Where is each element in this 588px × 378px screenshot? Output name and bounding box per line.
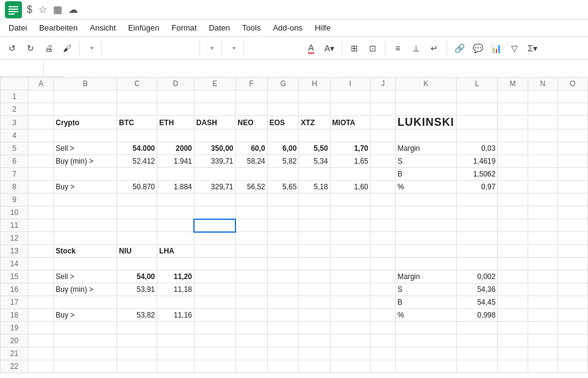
cell-B17[interactable] [54,296,117,309]
cell-M4[interactable] [498,129,528,142]
print-button[interactable]: 🖨 [40,40,57,57]
cell-D9[interactable] [157,194,195,206]
cell-L16[interactable]: 54,36 [456,283,498,296]
cell-F8[interactable]: 56,52 [235,181,267,194]
cell-N3[interactable] [528,116,558,129]
cell-L6[interactable]: 1,4619 [456,155,498,168]
cell-B15[interactable]: Sell > [54,271,117,283]
cell-F19[interactable] [235,322,267,335]
cell-O20[interactable] [558,335,587,347]
cell-N1[interactable] [528,90,558,103]
cell-K15[interactable]: Margin [395,271,456,283]
cell-B20[interactable] [54,335,117,347]
cell-G3[interactable]: EOS [267,116,299,129]
cell-H7[interactable] [299,168,330,181]
cell-I11[interactable] [330,219,370,232]
cell-O2[interactable] [558,103,587,116]
cell-C20[interactable] [117,335,157,347]
cell-L2[interactable] [456,103,498,116]
formula-input[interactable] [63,60,588,77]
cell-L5[interactable]: 0,03 [456,142,498,155]
cell-C14[interactable] [117,258,157,271]
cell-N7[interactable] [528,168,558,181]
cell-K14[interactable] [395,258,456,271]
cell-K8[interactable]: % [395,181,456,194]
borders-button[interactable]: ⊞ [346,40,363,57]
cell-L17[interactable]: 54,45 [456,296,498,309]
cell-O18[interactable] [558,309,587,322]
cell-F13[interactable] [235,245,267,258]
cell-K18[interactable]: % [395,309,456,322]
cell-G14[interactable] [267,258,299,271]
cell-N11[interactable] [528,219,558,232]
col-header-O[interactable]: O [558,78,587,90]
row-header-7[interactable]: 7 [1,168,29,181]
cell-C2[interactable] [117,103,157,116]
cell-G8[interactable]: 5,65 [267,181,299,194]
paint-format-button[interactable]: 🖌 [59,40,76,57]
menu-einfuegen[interactable]: Einfügen [123,22,164,34]
cell-I2[interactable] [330,103,370,116]
cell-L4[interactable] [456,129,498,142]
cell-C9[interactable] [117,194,157,206]
cell-L11[interactable] [456,219,498,232]
cell-N13[interactable] [528,245,558,258]
cell-C7[interactable] [117,168,157,181]
cell-C6[interactable]: 52.412 [117,155,157,168]
cell-E20[interactable] [194,335,235,347]
cell-E12[interactable] [194,232,235,245]
cell-D6[interactable]: 1.941 [157,155,195,168]
cell-D11[interactable] [157,219,195,232]
cell-N4[interactable] [528,129,558,142]
cell-F3[interactable]: NEO [235,116,267,129]
row-header-8[interactable]: 8 [1,181,29,194]
cell-M8[interactable] [498,181,528,194]
cell-I8[interactable]: 1,60 [330,181,370,194]
cell-K2[interactable] [395,103,456,116]
cell-M16[interactable] [498,283,528,296]
row-header-4[interactable]: 4 [1,129,29,142]
cell-K13[interactable] [395,245,456,258]
cell-H10[interactable] [299,206,330,219]
cell-H4[interactable] [299,129,330,142]
cell-L8[interactable]: 0,97 [456,181,498,194]
cell-E10[interactable] [194,206,235,219]
row-header-2[interactable]: 2 [1,103,29,116]
cell-H8[interactable]: 5,18 [299,181,330,194]
cell-O15[interactable] [558,271,587,283]
cell-K1[interactable] [395,90,456,103]
cell-O4[interactable] [558,129,587,142]
valign-button[interactable]: ⊥ [407,40,425,57]
cell-G22[interactable] [267,360,299,373]
cell-H22[interactable] [299,360,330,373]
filter-button[interactable]: ▽ [506,40,523,57]
underline-button[interactable]: A [303,40,320,57]
cell-C3[interactable]: BTC [117,116,157,129]
cell-H21[interactable] [299,347,330,360]
cell-A16[interactable] [29,283,54,296]
cell-B6[interactable]: Buy (min) > [54,155,117,168]
chart-button[interactable]: 📊 [487,40,504,57]
cell-D20[interactable] [157,335,195,347]
cell-L10[interactable] [456,206,498,219]
cell-D19[interactable] [157,322,195,335]
cell-E22[interactable] [194,360,235,373]
cell-D7[interactable] [157,168,195,181]
cell-A21[interactable] [29,347,54,360]
cell-N16[interactable] [528,283,558,296]
bold-button[interactable] [248,40,265,57]
cell-E17[interactable] [194,296,235,309]
cell-F7[interactable] [235,168,267,181]
cell-N8[interactable] [528,181,558,194]
cell-H16[interactable] [299,283,330,296]
cell-F2[interactable] [235,103,267,116]
cell-G16[interactable] [267,283,299,296]
col-header-N[interactable]: N [528,78,558,90]
cell-G18[interactable] [267,309,299,322]
cell-F5[interactable]: 60,0 [235,142,267,155]
cell-I5[interactable]: 1,70 [330,142,370,155]
cell-J6[interactable] [370,155,395,168]
cell-D14[interactable] [157,258,195,271]
cell-L3[interactable] [456,116,498,129]
cell-J8[interactable] [370,181,395,194]
